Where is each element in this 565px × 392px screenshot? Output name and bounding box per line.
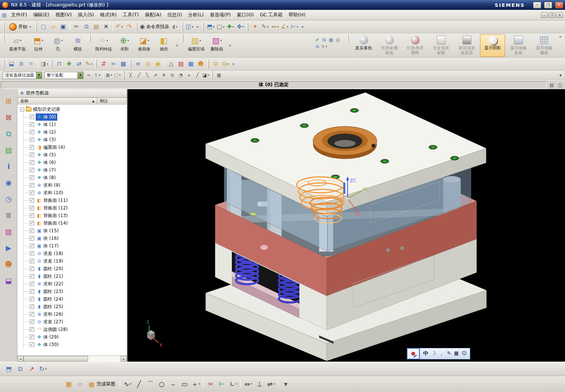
timestamp-order-icon[interactable]: ⬒	[3, 364, 14, 374]
nav-item[interactable]: ✓▣块 (17)	[17, 242, 127, 250]
render-style-icon[interactable]: ◨▾	[40, 60, 49, 69]
checkbox-icon[interactable]: ✓	[30, 335, 34, 339]
system-scenes-icon[interactable]: ⬓	[3, 275, 14, 286]
validate-icon[interactable]: ✔	[314, 36, 321, 43]
nav-item[interactable]: ✓❖体 (30)	[17, 341, 127, 348]
checkbox-icon[interactable]: ✓	[30, 206, 34, 210]
ime-keyboard-icon[interactable]: ▦	[454, 350, 459, 357]
nav-item[interactable]: ✓⊖求差 (18)	[17, 250, 127, 257]
toolbar-grip[interactable]	[247, 23, 248, 31]
object-display-icon[interactable]: ⬓	[7, 60, 16, 69]
checkbox-icon[interactable]: ✓	[30, 145, 34, 150]
nav-item[interactable]: ✓❖体 (29)	[17, 333, 127, 341]
geometric-constraints-icon[interactable]: ⊥	[254, 379, 265, 389]
refresh-icon[interactable]: ↻▾	[38, 364, 48, 374]
checkbox-icon[interactable]: ✓	[30, 297, 34, 301]
dropdown-arrow-icon[interactable]: ▼	[36, 72, 42, 79]
snap-point-on-curve-icon[interactable]: ╱	[194, 71, 201, 79]
nav-item[interactable]: ✓⊖求差 (27)	[17, 318, 127, 326]
visual-effects-icon[interactable]: ✦	[250, 22, 260, 31]
checkbox-icon[interactable]: ✓	[30, 282, 34, 286]
cut-icon[interactable]: ✂	[72, 22, 81, 31]
nav-item[interactable]: ✓◨偏置面 (4)	[17, 143, 127, 151]
menu-help[interactable]: 帮助(H)	[286, 10, 308, 20]
true-shading-button[interactable]: 真实着色	[351, 34, 376, 57]
ruler-icon[interactable]: ⊢▾	[290, 22, 299, 31]
datum-csys-icon[interactable]: ⊞	[321, 36, 327, 43]
overflow-c-icon[interactable]: »	[232, 61, 235, 66]
new-file-icon[interactable]: ▢	[39, 22, 48, 31]
point-icon[interactable]: ＋▾	[190, 379, 201, 389]
fillet-icon[interactable]: ⌣	[168, 379, 178, 389]
selection-scope-dropdown[interactable]: 整个装配 ▼	[44, 72, 83, 79]
checkbox-icon[interactable]: ✓	[30, 259, 34, 263]
mold-3d-model[interactable]: ZC YC XC Z X	[127, 89, 565, 362]
status-panel-icon[interactable]: ▤	[548, 81, 556, 89]
nav-item[interactable]: ✓▮圆柱 (20)	[17, 265, 127, 272]
make-symmetric-icon[interactable]: ⇌▾	[266, 379, 276, 389]
nav-item[interactable]: ✓❖体 (5)	[17, 151, 127, 159]
toolbar-grip[interactable]	[3, 23, 5, 31]
nav-item[interactable]: ✓◧替换面 (11)	[17, 197, 127, 204]
toolbar-grip[interactable]	[208, 60, 209, 68]
reuse-library-icon[interactable]: ▤	[3, 144, 14, 156]
grid-snap-icon[interactable]: ▦	[215, 71, 223, 79]
toolbar-grip[interactable]	[203, 23, 204, 31]
profile-icon[interactable]: ∿▾	[122, 379, 133, 389]
nav-item[interactable]: ✓▮圆柱 (21)	[17, 272, 127, 280]
open-file-icon[interactable]: ▱	[49, 22, 58, 31]
rectangle-icon[interactable]: ▭	[179, 379, 190, 389]
checkbox-icon[interactable]: ✓	[30, 122, 34, 127]
checkbox-icon[interactable]: ✓	[30, 327, 34, 332]
show-and-hide-icon[interactable]: ≣	[17, 60, 26, 69]
checkbox-icon[interactable]: ✓	[30, 160, 34, 165]
edit-section-icon[interactable]: ✎▾	[260, 22, 269, 31]
dropdown-arrow-icon[interactable]: ▼	[77, 72, 83, 79]
checkbox-icon[interactable]: ✓	[30, 304, 34, 309]
locating-ring[interactable]	[313, 126, 377, 159]
toolbar-grip[interactable]	[36, 23, 37, 31]
edit-feature-icon[interactable]: ✎▾	[321, 43, 327, 50]
nav-item[interactable]: ✓❖体 (8)	[17, 174, 127, 181]
nav-item[interactable]: ✓◧替换面 (14)	[17, 219, 127, 227]
copy-face-icon[interactable]: ⧉	[211, 60, 220, 69]
quick-extend-icon[interactable]: ⊢	[217, 379, 227, 389]
toolbar-grip[interactable]	[348, 34, 349, 43]
shell-button[interactable]: ◧抽壳	[154, 34, 173, 56]
doc-close-button[interactable]: ✕	[556, 12, 563, 18]
nav-item[interactable]: ✓▮圆柱 (24)	[17, 295, 127, 303]
display-cube-icon[interactable]: ⬒▾	[206, 22, 215, 31]
red-plastic-button[interactable]: 红色亮泽塑料	[403, 34, 428, 57]
toolbar-grip[interactable]	[96, 60, 97, 68]
checkbox-icon[interactable]: ✓	[30, 312, 34, 316]
edit-sequence-icon[interactable]: ✎▾	[84, 60, 93, 69]
make-corner-icon[interactable]: ∟▾	[228, 379, 239, 389]
history-icon[interactable]: ◷	[3, 193, 14, 205]
snap-midpoint-icon[interactable]: ╲	[143, 71, 151, 79]
undo-icon[interactable]: ↶▾	[115, 22, 124, 31]
nav-root-row[interactable]: −模型历史记录	[17, 105, 127, 113]
floor-reflection-button[interactable]: 显示地板反射	[506, 34, 531, 57]
overflow-icon[interactable]: ▾	[559, 73, 562, 78]
web-browser-icon[interactable]: ◉	[3, 177, 14, 188]
bolt-circle-icon[interactable]: ◉	[153, 60, 162, 69]
nav-item[interactable]: ✓❖体 (2)	[17, 128, 127, 136]
checkbox-icon[interactable]: ✓	[30, 274, 34, 279]
toolbar-grip[interactable]	[3, 34, 5, 43]
part-navigator-icon[interactable]: ⧉	[3, 128, 14, 139]
toolbar-grip[interactable]	[3, 60, 5, 68]
scrollbar-track[interactable]	[24, 356, 121, 362]
collapse-icon[interactable]: −	[20, 107, 24, 112]
nav-item[interactable]: ✓◠边倒圆 (28)	[17, 326, 127, 333]
line-icon[interactable]: ╱	[134, 379, 144, 389]
region-filter-icon[interactable]: □▾	[113, 71, 121, 79]
export-panel-icon[interactable]: ↗	[26, 364, 37, 374]
extrude-button[interactable]: ⬒▾拉伸	[29, 34, 48, 56]
constraint-navigator-icon[interactable]: ⊠	[3, 112, 14, 123]
checkbox-icon[interactable]: ✓	[30, 236, 34, 241]
snap-point-toggle-icon[interactable]: ╳	[127, 71, 134, 79]
paste-icon[interactable]: ▤	[92, 22, 101, 31]
checkbox-icon[interactable]: ✓	[30, 251, 34, 256]
mirror-assembly-icon[interactable]: ⇄	[74, 60, 83, 69]
measure-angle-icon[interactable]: ∠▾	[280, 22, 289, 31]
